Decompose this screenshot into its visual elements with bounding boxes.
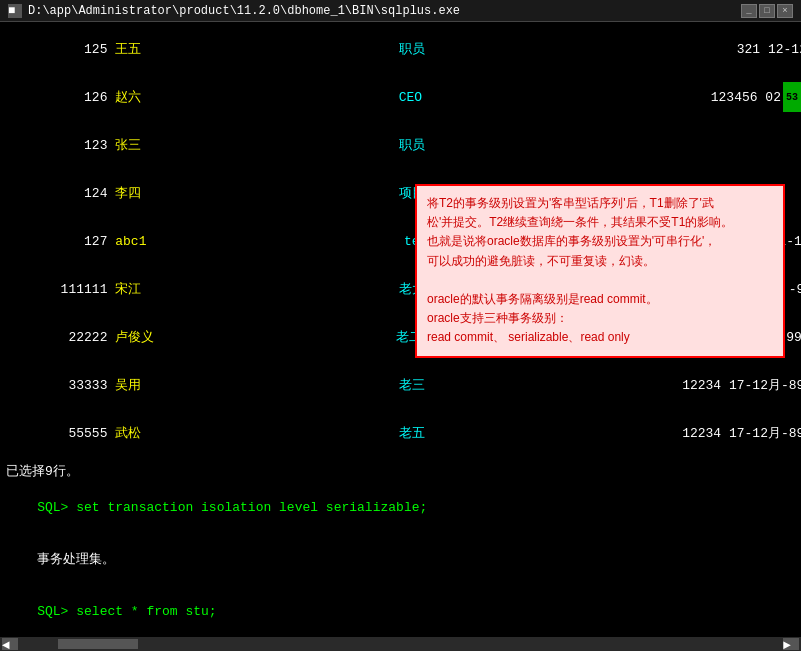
top-row-2: 126 赵六 CEO 123456 02-10月-05: [6, 74, 795, 122]
terminal: 125 王五 职员 321 12-12月-12 126 赵六 CEO 12345…: [0, 22, 801, 651]
msg1: 事务处理集。: [6, 536, 795, 584]
top-row-1: 125 王五 职员 321 12-12月-12: [6, 26, 795, 74]
maximize-button[interactable]: □: [759, 4, 775, 18]
selected-msg-1: 已选择9行。: [6, 464, 795, 480]
horizontal-scrollbar[interactable]: ◄ ►: [0, 637, 801, 651]
cmd-set: SQL> set transaction isolation level ser…: [6, 484, 795, 532]
annotation-line3: 也就是说将oracle数据库的事务级别设置为'可串行化'，: [427, 232, 773, 251]
scroll-thumb[interactable]: [58, 639, 138, 649]
annotation-line5: oracle的默认事务隔离级别是read commit。: [427, 290, 773, 309]
scroll-right-button[interactable]: ►: [783, 638, 799, 650]
window-title: D:\app\Administrator\product\11.2.0\dbho…: [28, 4, 460, 18]
title-bar-left: ■ D:\app\Administrator\product\11.2.0\db…: [8, 4, 460, 18]
cmd-select: SQL> select * from stu;: [6, 588, 795, 636]
top-row-9: 55555 武松 老五 12234 17-12月-89: [6, 410, 795, 458]
app-icon: ■: [8, 4, 22, 18]
title-bar-controls[interactable]: _ □ ×: [741, 4, 793, 18]
annotation-line2: 松'并提交。T2继续查询绕一条件，其结果不受T1的影响。: [427, 213, 773, 232]
annotation-line6: oracle支持三种事务级别：: [427, 309, 773, 328]
top-row-3: 123 张三 职员: [6, 122, 795, 170]
annotation-line7: read commit、 serializable、read only: [427, 328, 773, 347]
scroll-left-button[interactable]: ◄: [2, 638, 18, 650]
close-button[interactable]: ×: [777, 4, 793, 18]
annotation-line4: 可以成功的避免脏读，不可重复读，幻读。: [427, 252, 773, 271]
title-bar: ■ D:\app\Administrator\product\11.2.0\db…: [0, 0, 801, 22]
top-row-8: 33333 吴用 老三 12234 17-12月-89: [6, 362, 795, 410]
minimize-button[interactable]: _: [741, 4, 757, 18]
annotation-line1: 将T2的事务级别设置为'客串型话序列'后，T1删除了'武: [427, 194, 773, 213]
scroll-indicator: 53: [783, 82, 801, 112]
annotation-box: 将T2的事务级别设置为'客串型话序列'后，T1删除了'武 松'并提交。T2继续查…: [415, 184, 785, 358]
